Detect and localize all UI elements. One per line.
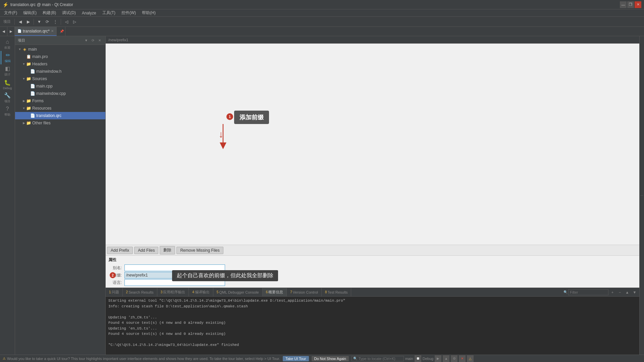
tab-nav-right[interactable]: ▶ <box>7 27 15 36</box>
vcs-tab-label: Version Control <box>293 290 318 294</box>
status-right: 🔍 main 🔲 Debug ▶ ▲ ⚙ ✕ △ <box>352 355 474 362</box>
app-icon: ⚡ <box>3 2 8 7</box>
panel-close-btn[interactable]: ✕ <box>97 38 103 44</box>
output-content: Starting external tool "C:\Qt\Qt5.14.2\5… <box>106 297 639 355</box>
qml-tab-number: 5 <box>217 290 219 294</box>
tree-item-headers[interactable]: ▼ 📁 Headers <box>15 60 105 68</box>
menu-help[interactable]: 帮助(H) <box>139 9 158 16</box>
sidebar-design-btn[interactable]: ◧ 设计 <box>1 64 14 78</box>
tree-item-mainwindowcpp[interactable]: 📄 mainwindow.cpp <box>15 90 105 97</box>
tree-item-forms[interactable]: ▶ 📁 Forms <box>15 97 105 105</box>
toolbar-forward[interactable]: ▶ <box>24 18 32 25</box>
panel-filter-btn[interactable]: ▼ <box>83 38 89 44</box>
sidebar-help-label: 帮助 <box>4 113 10 117</box>
tab-close-button[interactable]: ✕ <box>51 29 54 33</box>
output-tab-vcs[interactable]: 7 Version Control <box>287 288 322 296</box>
menu-file[interactable]: 文件(F) <box>1 9 20 16</box>
take-tour-button[interactable]: Take UI Tour <box>283 356 309 361</box>
tree-toggle-forms[interactable]: ▶ <box>22 99 26 103</box>
output-line-8 <box>108 337 637 343</box>
menu-controls[interactable]: 控件(W) <box>119 9 139 16</box>
toolbar-filter[interactable]: ▼ <box>36 18 43 25</box>
output-tab-search[interactable]: 2 Search Results <box>123 288 157 296</box>
tree-toggle-sources[interactable]: ▼ <box>22 77 26 80</box>
status-settings-icon[interactable]: ⚙ <box>451 355 458 362</box>
sidebar-projects-btn[interactable]: 🔧 项目 <box>1 91 14 105</box>
output-tab-qml[interactable]: 5 QML Debugger Console <box>213 288 263 296</box>
warning-icon: ⚠ <box>3 357 6 360</box>
delete-button[interactable]: 删除 <box>160 246 175 254</box>
tree-toggle-headers[interactable]: ▼ <box>22 62 26 66</box>
welcome-icon: ⌂ <box>6 39 9 45</box>
add-prefix-button[interactable]: Add Prefix <box>107 247 133 254</box>
toolbar-options[interactable]: ⋮ <box>52 18 59 25</box>
output-remove-btn[interactable]: − <box>616 289 623 296</box>
tab-translation-qrc[interactable]: 📄 translation.qrc* ✕ <box>15 27 57 36</box>
menu-analyze[interactable]: Analyze <box>79 10 99 16</box>
annotation-bubble-1: 添加前缀 <box>234 111 269 124</box>
tree-item-maincpp[interactable]: 📄 main.cpp <box>15 82 105 90</box>
remove-missing-button[interactable]: Remove Missing Files <box>176 247 223 254</box>
title-bar: ⚡ translation.qrc @ main - Qt Creator — … <box>0 0 644 9</box>
status-debug-btn[interactable]: 🔲 <box>415 355 421 362</box>
app-tab-label: 应用程序输出 <box>163 290 185 295</box>
locate-input[interactable] <box>359 357 402 361</box>
tree-item-main[interactable]: ▼ ◈ main <box>15 46 105 53</box>
sidebar-help-btn[interactable]: ? 帮助 <box>1 105 14 118</box>
toolbar-back[interactable]: ◀ <box>16 18 24 25</box>
tree-toggle-main[interactable]: ▼ <box>18 48 22 51</box>
panel-title: 项目 <box>18 38 25 43</box>
tree-label-resources: Resources <box>32 106 51 111</box>
right-gutter-tab[interactable]: ⋮ <box>640 194 644 197</box>
menu-build[interactable]: 构建(B) <box>40 9 59 16</box>
output-tab-compile[interactable]: 4 编译输出 <box>189 288 213 296</box>
add-files-button[interactable]: Add Files <box>134 247 158 254</box>
output-scroll-up[interactable]: ▲ <box>624 289 631 296</box>
minimize-button[interactable]: — <box>620 1 627 8</box>
menu-debug[interactable]: 调试(D) <box>59 9 78 16</box>
tree-item-mainpro[interactable]: 📋 main.pro <box>15 53 105 60</box>
tooltip-prefix: 起个自己喜欢的前缀，但此处我全部删除 <box>172 270 278 281</box>
status-run-btn[interactable]: ▲ <box>443 355 449 362</box>
tree-item-mainwindowh[interactable]: 📄 mainwindow.h <box>15 68 105 75</box>
sidebar-projects-label: 项目 <box>4 99 10 104</box>
tree-item-resources[interactable]: ▼ 📁 Resources <box>15 105 105 112</box>
menu-edit[interactable]: 编辑(E) <box>20 9 39 16</box>
output-tab-test[interactable]: 8 Test Results <box>322 288 351 296</box>
output-add-btn[interactable]: + <box>609 289 616 296</box>
sidebar-welcome-btn[interactable]: ⌂ 欢迎 <box>1 38 14 51</box>
tree-item-sources[interactable]: ▼ 📁 Sources <box>15 75 105 82</box>
do-not-show-button[interactable]: Do Not Show Again <box>312 356 349 361</box>
main-area: ⌂ 欢迎 ✏ 编辑 ◧ 设计 🐛 Debug 🔧 项目 ? 帮助 项目 ▼ <box>0 36 644 355</box>
output-scroll-down[interactable]: ▼ <box>631 289 638 296</box>
vcs-tab-number: 7 <box>290 290 292 294</box>
output-toolbar: 🔍 + − ▲ ▼ <box>564 288 639 296</box>
status-build-btn[interactable]: ▶ <box>435 355 441 362</box>
toolbar-prev-nav[interactable]: ◁ <box>63 18 70 25</box>
sidebar-edit-btn[interactable]: ✏ 编辑 <box>1 51 14 64</box>
toolbar-sync[interactable]: ⟳ <box>44 18 51 25</box>
tab-pin-button[interactable]: 📌 <box>58 27 65 36</box>
toolbar-next-nav[interactable]: ▷ <box>71 18 78 25</box>
tree-label-mainpro: main.pro <box>32 54 48 59</box>
output-tab-issues[interactable]: 1 问题 <box>106 288 123 296</box>
maximize-button[interactable]: ❐ <box>627 1 634 8</box>
project-icon: ◈ <box>22 47 27 52</box>
tree-toggle-resources[interactable]: ▼ <box>22 107 26 110</box>
prefix-input[interactable] <box>124 272 175 279</box>
tab-nav-left[interactable]: ◀ <box>0 27 7 36</box>
sidebar-debug-btn[interactable]: 🐛 Debug <box>1 78 14 91</box>
tree-item-otherfiles[interactable]: ▶ 📁 Other files <box>15 119 105 127</box>
panel-sync-btn[interactable]: ⟳ <box>90 38 96 44</box>
close-button[interactable]: ✕ <box>635 1 641 8</box>
sidebar-edit-label: 编辑 <box>5 59 11 63</box>
toolbar-separator-2 <box>34 19 34 25</box>
menu-tools[interactable]: 工具(T) <box>100 9 118 16</box>
tree-toggle-otherfiles[interactable]: ▶ <box>22 121 26 125</box>
edit-icon: ✏ <box>6 52 10 58</box>
tree-item-translationqrc[interactable]: 📄 translation.qrc <box>15 112 105 119</box>
filter-input[interactable] <box>568 289 608 295</box>
output-tab-general[interactable]: 6 概要信息 <box>263 288 287 296</box>
output-tab-app[interactable]: 3 应用程序输出 <box>157 288 189 296</box>
breadcrumb-bar: /new/prefix1 <box>106 36 639 44</box>
